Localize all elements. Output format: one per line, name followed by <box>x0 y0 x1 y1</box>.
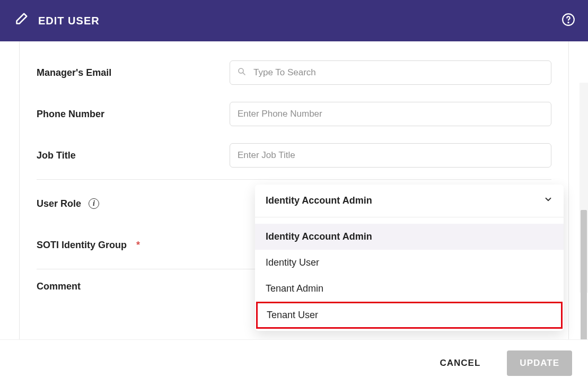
search-icon <box>237 67 247 78</box>
dialog-footer: CANCEL UPDATE <box>0 339 588 386</box>
header-left: EDIT USER <box>13 12 100 30</box>
row-phone: Phone Number <box>20 93 568 135</box>
help-icon[interactable] <box>561 13 575 29</box>
page-header: EDIT USER <box>0 0 588 41</box>
svg-point-1 <box>568 22 568 23</box>
label-user-role-text: User Role <box>37 198 81 209</box>
job-title-input[interactable] <box>230 143 551 168</box>
option-identity-account-admin[interactable]: Identity Account Admin <box>255 224 564 250</box>
user-role-select[interactable]: Identity Account Admin <box>255 185 564 217</box>
form-panel: Manager's Email Phone Number <box>19 41 569 339</box>
page-title: EDIT USER <box>38 15 100 27</box>
managers-email-input[interactable] <box>230 60 551 85</box>
cancel-button[interactable]: CANCEL <box>427 350 494 376</box>
label-soti-group: SOTI Identity Group * <box>37 240 217 251</box>
label-soti-group-text: SOTI Identity Group <box>37 240 127 251</box>
update-button[interactable]: UPDATE <box>507 350 572 376</box>
required-asterisk: * <box>136 240 140 251</box>
svg-point-2 <box>239 68 243 73</box>
label-comment: Comment <box>37 281 217 292</box>
chevron-down-icon <box>543 195 553 207</box>
edit-icon <box>13 12 29 30</box>
svg-line-3 <box>243 73 245 75</box>
row-job-title: Job Title <box>20 135 568 176</box>
form-content: Manager's Email Phone Number <box>0 41 588 339</box>
label-job-title: Job Title <box>37 150 217 161</box>
option-tenant-user[interactable]: Tenant User <box>256 302 563 329</box>
option-identity-user[interactable]: Identity User <box>255 250 564 276</box>
label-phone: Phone Number <box>37 109 217 120</box>
scrollbar-thumb[interactable] <box>581 210 587 339</box>
info-icon[interactable]: i <box>89 198 99 209</box>
divider <box>37 179 551 180</box>
user-role-dropdown: Identity Account Admin Identity Account … <box>255 185 564 331</box>
user-role-selected: Identity Account Admin <box>266 195 372 206</box>
phone-input[interactable] <box>230 102 551 126</box>
scrollbar[interactable] <box>580 83 588 293</box>
user-role-options: Identity Account Admin Identity User Ten… <box>255 217 564 329</box>
option-tenant-admin[interactable]: Tenant Admin <box>255 276 564 302</box>
row-managers-email: Manager's Email <box>20 52 568 93</box>
label-managers-email: Manager's Email <box>37 67 217 78</box>
label-user-role: User Role i <box>37 198 217 209</box>
